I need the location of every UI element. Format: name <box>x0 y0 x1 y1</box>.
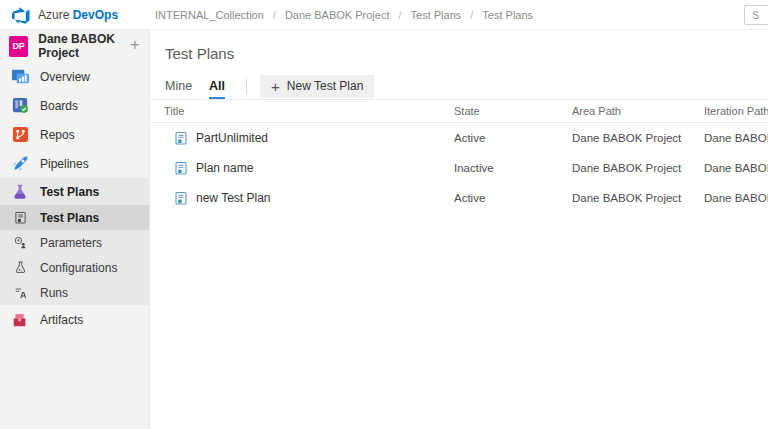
parameters-icon <box>13 236 27 250</box>
sidebar-subitem-label: Test Plans <box>40 211 99 225</box>
table-row[interactable]: new Test Plan Active Dane BABOK Project … <box>151 183 768 213</box>
plan-area-path: Dane BABOK Project <box>572 162 704 174</box>
tab-mine-label: Mine <box>165 79 192 93</box>
tab-all-label: All <box>209 79 225 93</box>
sidebar-subitem-parameters[interactable]: Parameters <box>0 230 149 255</box>
breadcrumb-test-plans-page[interactable]: Test Plans <box>482 9 533 21</box>
column-state: State <box>454 105 572 117</box>
test-plan-doc-icon <box>13 211 27 225</box>
sidebar-section-label: Test Plans <box>40 185 99 199</box>
breadcrumb-test-plans[interactable]: Test Plans <box>411 9 462 21</box>
search-input[interactable]: S <box>744 5 768 25</box>
project-avatar: DP <box>9 36 28 57</box>
azure-devops-home-link[interactable]: Azure DevOps <box>0 6 151 24</box>
toolbar: Mine All + New Test Plan <box>151 73 768 100</box>
toolbar-divider <box>246 79 247 94</box>
sidebar-item-repos[interactable]: Repos <box>0 120 149 149</box>
plan-state: Active <box>454 192 572 204</box>
sidebar-subitem-runs[interactable]: Runs <box>0 280 149 305</box>
plan-title[interactable]: Plan name <box>196 161 253 175</box>
plan-title[interactable]: PartUnlimited <box>196 131 268 145</box>
breadcrumb-project[interactable]: Dane BABOK Project <box>285 9 390 21</box>
sidebar-item-label: Repos <box>40 128 75 142</box>
plan-iteration-path: Dane BABOK Project <box>704 132 768 144</box>
tab-mine[interactable]: Mine <box>165 73 192 99</box>
plan-state: Active <box>454 132 572 144</box>
add-project-button[interactable]: + <box>130 35 140 55</box>
table-row[interactable]: Plan name Inactive Dane BABOK Project Da… <box>151 153 768 183</box>
breadcrumb-separator: / <box>273 9 276 21</box>
plan-iteration-path: Dane BABOK Project <box>704 192 768 204</box>
sidebar-subitem-label: Configurations <box>40 261 117 275</box>
plan-area-path: Dane BABOK Project <box>572 132 704 144</box>
sidebar-item-artifacts[interactable]: Artifacts <box>0 305 149 334</box>
sidebar-item-label: Pipelines <box>40 157 89 171</box>
breadcrumb-separator: / <box>470 9 473 21</box>
pipelines-icon <box>10 154 30 174</box>
main-content: Test Plans Mine All + New Test Plan Titl… <box>151 30 768 429</box>
sidebar-item-label: Overview <box>40 70 90 84</box>
repos-icon <box>10 125 30 145</box>
column-area-path: Area Path <box>572 105 704 117</box>
sidebar-item-label: Boards <box>40 99 78 113</box>
plan-iteration-path: Dane BABOK Project <box>704 162 768 174</box>
configurations-icon <box>13 261 27 275</box>
test-plans-section: Test Plans Test Plans Par <box>0 178 149 305</box>
page-title: Test Plans <box>165 45 768 62</box>
sidebar-subitem-label: Parameters <box>40 236 102 250</box>
sidebar-item-test-plans[interactable]: Test Plans <box>0 178 149 205</box>
column-title: Title <box>164 105 454 117</box>
sidebar-subitem-configurations[interactable]: Configurations <box>0 255 149 280</box>
test-plan-clipboard-icon <box>174 131 188 145</box>
overview-icon <box>10 67 30 87</box>
plan-title[interactable]: new Test Plan <box>196 191 271 205</box>
plus-icon: + <box>271 79 280 94</box>
sidebar: DP Dane BABOK Project + Overview <box>0 30 150 429</box>
new-test-plan-button[interactable]: + New Test Plan <box>260 75 374 98</box>
test-plan-clipboard-icon <box>174 161 188 175</box>
sidebar-item-pipelines[interactable]: Pipelines <box>0 149 149 178</box>
test-plans-icon <box>10 182 30 202</box>
sidebar-subitem-label: Runs <box>40 286 68 300</box>
tab-all[interactable]: All <box>209 73 225 99</box>
sidebar-item-boards[interactable]: Boards <box>0 91 149 120</box>
runs-icon <box>13 286 27 300</box>
new-test-plan-label: New Test Plan <box>287 79 363 93</box>
table-row[interactable]: PartUnlimited Active Dane BABOK Project … <box>151 123 768 153</box>
column-iteration-path: Iteration Path <box>704 105 768 117</box>
breadcrumb-collection[interactable]: INTERNAL_Collection <box>155 9 264 21</box>
sidebar-item-label: Artifacts <box>40 313 83 327</box>
azure-devops-logo-icon <box>12 6 30 24</box>
breadcrumb-separator: / <box>398 9 401 21</box>
brand-text: Azure DevOps <box>38 8 118 22</box>
sidebar-item-overview[interactable]: Overview <box>0 62 149 91</box>
table-header: Title State Area Path Iteration Path <box>151 100 768 123</box>
top-bar: Azure DevOps INTERNAL_Collection / Dane … <box>0 0 768 30</box>
artifacts-icon <box>10 310 30 330</box>
plan-area-path: Dane BABOK Project <box>572 192 704 204</box>
project-switcher[interactable]: DP Dane BABOK Project + <box>0 30 149 62</box>
boards-icon <box>10 96 30 116</box>
breadcrumb: INTERNAL_Collection / Dane BABOK Project… <box>155 9 533 21</box>
plan-state: Inactive <box>454 162 572 174</box>
test-plan-clipboard-icon <box>174 191 188 205</box>
sidebar-subitem-test-plans[interactable]: Test Plans <box>0 205 149 230</box>
